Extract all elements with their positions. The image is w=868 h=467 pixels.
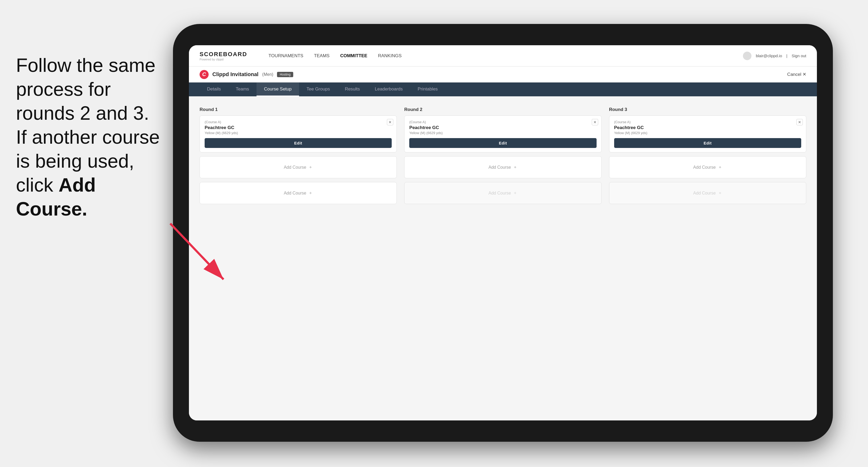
round-1-course-name: Peachtree GC xyxy=(205,125,392,130)
user-email: blair@clippd.io xyxy=(756,54,782,58)
round-2-course-card: ✕ (Course A) Peachtree GC Yellow (M) (66… xyxy=(404,116,601,153)
round-3-course-card: ✕ (Course A) Peachtree GC Yellow (M) (66… xyxy=(609,116,806,153)
plus-icon-4: ＋ xyxy=(513,190,517,196)
nav-tournaments[interactable]: TOURNAMENTS xyxy=(269,52,303,60)
top-navigation: SCOREBOARD Powered by clippd TOURNAMENTS… xyxy=(189,45,817,66)
instruction-panel: Follow the same process for rounds 2 and… xyxy=(0,42,181,231)
round-2-label: Round 2 xyxy=(404,107,601,112)
round-2-column: Round 2 ✕ (Course A) Peachtree GC Yellow… xyxy=(404,107,601,208)
plus-icon-6: ＋ xyxy=(718,190,722,196)
tab-teams[interactable]: Teams xyxy=(228,83,256,96)
pipe-separator: | xyxy=(786,54,787,58)
nav-rankings[interactable]: RANKINGS xyxy=(378,52,402,60)
sub-header: C Clippd Invitational (Men) Hosting Canc… xyxy=(189,66,817,83)
logo-area: SCOREBOARD Powered by clippd xyxy=(199,51,247,61)
tab-leaderboards[interactable]: Leaderboards xyxy=(368,83,410,96)
round-1-course-card: ✕ (Course A) Peachtree GC Yellow (M) (66… xyxy=(199,116,397,153)
plus-icon-2: ＋ xyxy=(308,190,313,196)
round-1-course-details: Yellow (M) (6629 yds) xyxy=(205,131,392,135)
round-3-edit-button[interactable]: Edit xyxy=(614,138,801,148)
nav-teams[interactable]: TEAMS xyxy=(314,52,330,60)
round-1-delete-button[interactable]: ✕ xyxy=(387,119,393,125)
cancel-button[interactable]: Cancel ✕ xyxy=(787,71,806,77)
tab-results[interactable]: Results xyxy=(337,83,368,96)
round-2-edit-button[interactable]: Edit xyxy=(409,138,596,148)
clippd-logo: C xyxy=(199,70,209,79)
nav-committee[interactable]: COMMITTEE xyxy=(340,52,367,60)
main-content: Round 1 ✕ (Course A) Peachtree GC Yellow… xyxy=(189,96,817,421)
tab-details[interactable]: Details xyxy=(199,83,228,96)
round-2-course-name: Peachtree GC xyxy=(409,125,596,130)
round-3-add-label-2: Add Course xyxy=(693,191,716,195)
tablet-screen: SCOREBOARD Powered by clippd TOURNAMENTS… xyxy=(189,45,817,421)
round-3-delete-button[interactable]: ✕ xyxy=(797,119,803,125)
round-3-course-details: Yellow (M) (6629 yds) xyxy=(614,131,801,135)
round-2-course-details: Yellow (M) (6629 yds) xyxy=(409,131,596,135)
tabs-bar: Details Teams Course Setup Tee Groups Re… xyxy=(189,83,817,96)
round-2-add-course-2: Add Course ＋ xyxy=(404,182,601,204)
plus-icon-1: ＋ xyxy=(308,164,313,170)
rounds-grid: Round 1 ✕ (Course A) Peachtree GC Yellow… xyxy=(199,107,806,208)
tournament-gender: (Men) xyxy=(262,72,273,77)
tab-printables[interactable]: Printables xyxy=(410,83,445,96)
hosting-badge: Hosting xyxy=(277,72,293,77)
round-3-label: Round 3 xyxy=(609,107,806,112)
plus-icon-5: ＋ xyxy=(718,164,722,170)
round-1-add-course-1[interactable]: Add Course ＋ xyxy=(199,156,397,178)
round-3-column: Round 3 ✕ (Course A) Peachtree GC Yellow… xyxy=(609,107,806,208)
round-3-course-name: Peachtree GC xyxy=(614,125,801,130)
add-course-emphasis: Add Course. xyxy=(16,174,96,220)
round-3-add-course-2: Add Course ＋ xyxy=(609,182,806,204)
tablet-device: SCOREBOARD Powered by clippd TOURNAMENTS… xyxy=(173,24,833,442)
sign-out-link[interactable]: Sign out xyxy=(792,54,806,58)
round-1-course-label: (Course A) xyxy=(205,120,392,124)
round-1-column: Round 1 ✕ (Course A) Peachtree GC Yellow… xyxy=(199,107,397,208)
tab-tee-groups[interactable]: Tee Groups xyxy=(299,83,337,96)
add-course-2-label: Add Course xyxy=(284,191,306,195)
round-3-add-label-1: Add Course xyxy=(693,165,716,170)
round-1-edit-button[interactable]: Edit xyxy=(205,138,392,148)
round-2-add-course-1[interactable]: Add Course ＋ xyxy=(404,156,601,178)
nav-links: TOURNAMENTS TEAMS COMMITTEE RANKINGS xyxy=(269,52,727,60)
app-logo: SCOREBOARD xyxy=(199,51,247,58)
round-2-delete-button[interactable]: ✕ xyxy=(592,119,598,125)
instruction-text: Follow the same process for rounds 2 and… xyxy=(16,55,160,220)
add-course-1-label: Add Course xyxy=(284,165,306,170)
round-2-course-label: (Course A) xyxy=(409,120,596,124)
logo-subtitle: Powered by clippd xyxy=(199,58,247,61)
tournament-name: Clippd Invitational xyxy=(212,71,258,77)
tournament-info: C Clippd Invitational (Men) Hosting xyxy=(199,70,293,79)
user-avatar xyxy=(743,52,751,60)
nav-right: blair@clippd.io | Sign out xyxy=(743,52,806,60)
round-2-add-label-2: Add Course xyxy=(489,191,511,195)
round-1-add-course-2[interactable]: Add Course ＋ xyxy=(199,182,397,204)
tab-course-setup[interactable]: Course Setup xyxy=(256,83,299,96)
round-3-course-label: (Course A) xyxy=(614,120,801,124)
round-1-label: Round 1 xyxy=(199,107,397,112)
plus-icon-3: ＋ xyxy=(513,164,517,170)
round-3-add-course-1[interactable]: Add Course ＋ xyxy=(609,156,806,178)
round-2-add-label-1: Add Course xyxy=(489,165,511,170)
